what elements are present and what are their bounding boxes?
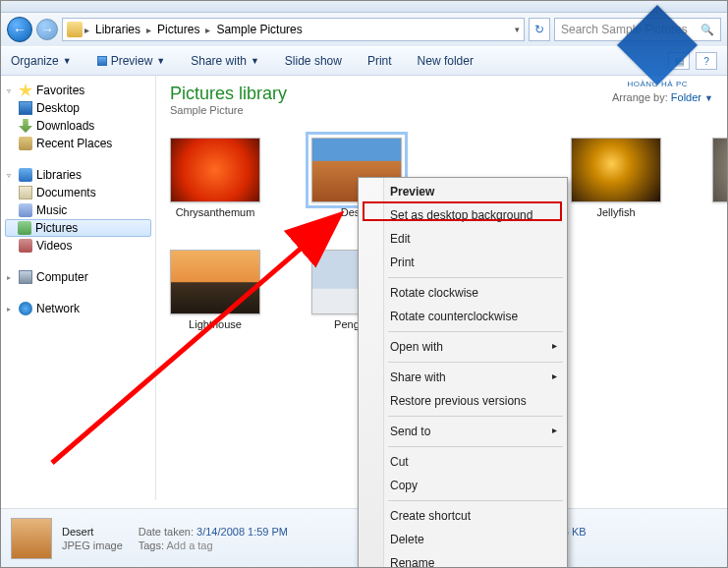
chevron-down-icon[interactable]: ▾ [515, 25, 520, 34]
context-menu-share-with[interactable]: Share with▸ [361, 366, 565, 389]
computer-icon [19, 270, 32, 284]
address-bar: ← → ▸ Libraries ▸ Pictures ▸ Sample Pict… [1, 13, 727, 46]
context-menu-open-with[interactable]: Open with▸ [361, 335, 565, 359]
share-with-button[interactable]: Share with▼ [191, 54, 259, 68]
collapse-icon: ▸ [7, 305, 15, 313]
search-input[interactable]: Sample Pictures 🔍 [554, 18, 721, 41]
pictures-icon [18, 221, 31, 235]
print-button[interactable]: Print [367, 54, 392, 68]
sidebar-item-label: Recent Places [36, 137, 112, 150]
thumbnail [571, 138, 661, 202]
submenu-arrow-icon: ▸ [552, 370, 557, 381]
details-date-label: Date taken: [139, 526, 194, 538]
chevron-right-icon: ▸ [205, 25, 210, 35]
context-menu-preview[interactable]: Preview [361, 180, 565, 203]
chevron-down-icon[interactable]: ▼ [704, 93, 713, 103]
context-menu-copy[interactable]: Copy [361, 474, 565, 497]
new-folder-button[interactable]: New folder [418, 54, 474, 68]
music-icon [19, 203, 32, 217]
sidebar-item-network[interactable]: ▸Network [1, 300, 155, 317]
view-options-button[interactable]: ▤ [668, 52, 690, 70]
slideshow-button[interactable]: Slide show [285, 54, 342, 68]
back-button[interactable]: ← [7, 17, 32, 42]
sidebar-item-recent-places[interactable]: Recent Places [1, 135, 155, 152]
collapse-icon: ▿ [7, 171, 15, 180]
favorites-label: Favorites [36, 84, 84, 97]
context-menu-restore-versions[interactable]: Restore previous versions [361, 389, 565, 413]
file-item-chrysanthemum[interactable]: Chrysanthemum [170, 138, 260, 218]
breadcrumb-sample-pictures[interactable]: Sample Pictures [212, 23, 306, 36]
chevron-right-icon: ▸ [84, 25, 89, 35]
details-date-value[interactable]: 3/14/2008 1:59 PM [196, 526, 288, 538]
submenu-arrow-icon: ▸ [552, 340, 557, 351]
breadcrumb[interactable]: ▸ Libraries ▸ Pictures ▸ Sample Pictures… [62, 18, 525, 41]
collapse-icon: ▸ [7, 273, 15, 282]
sidebar-item-documents[interactable]: Documents [1, 184, 155, 201]
details-filename: Desert [62, 526, 123, 538]
details-tags-label: Tags: [139, 540, 164, 551]
preview-button[interactable]: Preview▼ [97, 54, 166, 68]
thumbnail [170, 138, 260, 202]
file-item-koala[interactable]: Koala [712, 138, 727, 218]
sidebar-item-music[interactable]: Music [1, 201, 155, 219]
chevron-right-icon: ▸ [146, 25, 151, 35]
menu-label: Share with [390, 370, 446, 384]
videos-icon [19, 239, 32, 253]
sidebar-item-label: Desktop [36, 101, 80, 115]
search-icon: 🔍 [700, 24, 714, 36]
toolbar: Organize▼ Preview▼ Share with▼ Slide sho… [1, 46, 727, 76]
context-menu-create-shortcut[interactable]: Create shortcut [361, 504, 565, 528]
chevron-down-icon: ▼ [251, 56, 259, 66]
menu-label: Open with [390, 340, 443, 354]
file-item-lighthouse[interactable]: Lighthouse [170, 250, 260, 330]
file-label: Chrysanthemum [176, 206, 255, 218]
organize-button[interactable]: Organize▼ [11, 54, 72, 68]
context-menu: Preview Set as desktop background Edit P… [358, 177, 568, 568]
sidebar-header-libraries[interactable]: ▿Libraries [1, 166, 155, 184]
sidebar-item-label: Documents [36, 186, 96, 199]
menu-separator [388, 416, 563, 417]
desktop-icon [19, 101, 32, 115]
sidebar-item-desktop[interactable]: Desktop [1, 99, 155, 117]
sidebar-item-pictures[interactable]: Pictures [5, 219, 151, 237]
menu-separator [388, 277, 563, 278]
collapse-icon: ▿ [7, 86, 15, 95]
context-menu-rename[interactable]: Rename [361, 551, 565, 568]
sidebar-item-downloads[interactable]: Downloads [1, 117, 155, 135]
context-menu-rotate-counterclockwise[interactable]: Rotate counterclockwise [361, 305, 565, 328]
forward-button[interactable]: → [36, 19, 58, 40]
sidebar-item-videos[interactable]: Videos [1, 237, 155, 255]
arrange-by-label: Arrange by: [612, 91, 668, 103]
menu-separator [388, 500, 563, 501]
context-menu-set-desktop-background[interactable]: Set as desktop background [361, 203, 565, 227]
organize-label: Organize [11, 54, 59, 68]
context-menu-delete[interactable]: Delete [361, 528, 565, 551]
menu-label: Send to [390, 425, 430, 438]
file-label: Jellyfish [596, 206, 635, 218]
network-icon [19, 302, 32, 315]
context-menu-edit[interactable]: Edit [361, 227, 565, 251]
sidebar-item-label: Network [36, 302, 80, 315]
file-item-jellyfish[interactable]: Jellyfish [571, 138, 661, 218]
breadcrumb-libraries[interactable]: Libraries [91, 23, 144, 36]
breadcrumb-pictures[interactable]: Pictures [153, 23, 203, 36]
context-menu-rotate-clockwise[interactable]: Rotate clockwise [361, 281, 565, 305]
submenu-arrow-icon: ▸ [552, 425, 557, 435]
context-menu-send-to[interactable]: Send to▸ [361, 420, 565, 443]
chevron-down-icon: ▼ [63, 56, 72, 66]
details-tags-value[interactable]: Add a tag [167, 540, 213, 551]
context-menu-cut[interactable]: Cut [361, 450, 565, 474]
help-button[interactable]: ? [696, 52, 717, 70]
downloads-icon [19, 119, 32, 133]
window-titlebar [1, 1, 727, 13]
sidebar-item-computer[interactable]: ▸Computer [1, 268, 155, 286]
menu-separator [388, 331, 563, 332]
refresh-button[interactable]: ↻ [529, 18, 550, 41]
library-icon [67, 22, 83, 37]
recent-icon [19, 137, 32, 150]
libraries-label: Libraries [36, 168, 82, 182]
arrange-by-value[interactable]: Folder [671, 91, 701, 103]
sidebar-header-favorites[interactable]: ▿Favorites [1, 82, 155, 99]
preview-label: Preview [111, 54, 153, 68]
context-menu-print[interactable]: Print [361, 251, 565, 274]
